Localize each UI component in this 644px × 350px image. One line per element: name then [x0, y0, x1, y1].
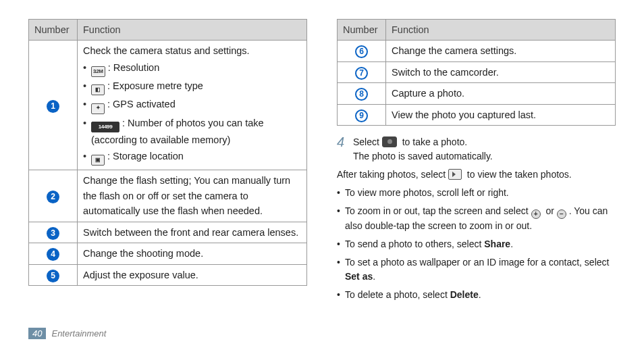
left-row-5: 5 Adjust the exposure value.	[29, 264, 307, 285]
badge-6: 6	[355, 45, 368, 58]
badge-4: 4	[47, 248, 59, 261]
right-header-function: Function	[386, 20, 616, 41]
zoom-out-icon: −	[557, 209, 566, 219]
bullet-zoom-b: or	[543, 205, 557, 216]
badge-2: 2	[47, 191, 59, 203]
right-row-7: 7 Switch to the camcorder.	[338, 61, 616, 82]
step-number: 4	[337, 135, 348, 164]
right-table: Number Function 6 Change the camera sett…	[337, 19, 616, 126]
bullet-setas-pre: To set a photo as wallpaper or an ID ima…	[345, 257, 609, 268]
left-table: Number Function 1 Check the camera statu…	[28, 19, 307, 286]
exposure-metre-icon: ◧	[91, 84, 105, 95]
right-row-9-text: View the photo you captured last.	[386, 104, 616, 125]
bullet-setas-post: .	[373, 271, 375, 282]
gps-activated-icon: ✦	[91, 103, 105, 114]
page-number: 40	[28, 328, 46, 339]
right-row-6-text: Change the camera settings.	[386, 41, 616, 61]
after-intro-a: After taking photos, select	[337, 169, 448, 180]
badge-5: 5	[47, 270, 59, 282]
bullet-scroll: To view more photos, scroll left or righ…	[337, 186, 616, 200]
left-header-number: Number	[29, 20, 78, 41]
section-title: Entertainment	[51, 328, 106, 339]
left-row-5-text: Adjust the exposure value.	[78, 264, 307, 285]
left-column: Number Function 1 Check the camera statu…	[28, 19, 307, 306]
badge-8: 8	[355, 88, 368, 101]
right-row-9: 9 View the photo you captured last.	[338, 104, 616, 125]
after-intro-b: to view the taken photos.	[464, 169, 572, 180]
left-row-3-text: Switch between the front and rear camera…	[78, 222, 307, 243]
bullet-delete-bold: Delete	[450, 289, 479, 300]
right-column: Number Function 6 Change the camera sett…	[337, 19, 616, 306]
bullet-share-post: .	[510, 239, 513, 249]
row1-item-storage-text: : Storage location	[107, 151, 184, 161]
resolution-icon: 32M	[91, 66, 105, 77]
bullet-setas: To set a photo as wallpaper or an ID ima…	[337, 255, 616, 284]
row1-item-exposure-text: : Exposure metre type	[107, 80, 203, 91]
page-footer: 40 Entertainment	[28, 328, 106, 339]
bullet-zoom: To zoom in or out, tap the screen and se…	[337, 204, 616, 233]
left-row-4-text: Change the shooting mode.	[78, 243, 307, 264]
right-row-7-text: Switch to the camcorder.	[386, 61, 616, 82]
right-row-8-text: Capture a photo.	[386, 83, 616, 104]
left-row-2-text: Change the flash setting; You can manual…	[78, 170, 307, 222]
row1-item-resolution-text: : Resolution	[108, 62, 160, 73]
badge-9: 9	[355, 109, 368, 122]
bullet-delete-pre: To delete a photo, select	[345, 289, 450, 300]
bullet-share-pre: To send a photo to others, select	[345, 239, 484, 249]
row1-item-gps-text: : GPS activated	[107, 99, 176, 109]
row1-item-resolution: 32M: Resolution	[83, 60, 301, 77]
right-row-6: 6 Change the camera settings.	[338, 41, 616, 61]
right-header-number: Number	[338, 20, 386, 41]
storage-location-icon: ▣	[91, 155, 105, 166]
step-line1b: to take a photo.	[400, 136, 467, 147]
left-row-3: 3 Switch between the front and rear came…	[29, 222, 307, 243]
badge-3: 3	[47, 227, 59, 240]
step-line1a: Select	[353, 136, 382, 147]
badge-7: 7	[355, 67, 368, 80]
after-intro: After taking photos, select to view the …	[337, 168, 616, 182]
bullet-zoom-a: To zoom in or out, tap the screen and se…	[345, 205, 531, 216]
step-line2: The photo is saved automatically.	[353, 149, 493, 164]
row1-item-storage: ▣: Storage location	[83, 149, 301, 166]
left-row-4: 4 Change the shooting mode.	[29, 243, 307, 264]
left-row-2: 2 Change the flash setting; You can manu…	[29, 170, 307, 222]
photo-count-icon: 14499	[91, 122, 119, 132]
bullet-share: To send a photo to others, select Share.	[337, 237, 616, 251]
bullet-share-bold: Share	[484, 239, 510, 249]
row1-intro: Check the camera status and settings.	[83, 43, 301, 58]
right-row-8: 8 Capture a photo.	[338, 83, 616, 104]
badge-1: 1	[47, 100, 59, 113]
step-4: 4 Select to take a photo. The photo is s…	[337, 135, 616, 164]
play-icon	[448, 169, 462, 180]
bullet-setas-bold: Set as	[345, 271, 373, 282]
row1-item-exposure: ◧: Exposure metre type	[83, 78, 301, 95]
after-bullets: To view more photos, scroll left or righ…	[337, 186, 616, 302]
left-row-1: 1 Check the camera status and settings. …	[29, 41, 307, 170]
bullet-delete: To delete a photo, select Delete.	[337, 288, 616, 302]
row1-item-count: 14499: Number of photos you can take (ac…	[83, 116, 301, 148]
left-header-function: Function	[78, 20, 307, 41]
camera-icon	[382, 136, 397, 147]
zoom-in-icon: +	[531, 209, 541, 219]
row1-item-gps: ✦: GPS activated	[83, 97, 301, 114]
bullet-delete-post: .	[479, 289, 481, 300]
